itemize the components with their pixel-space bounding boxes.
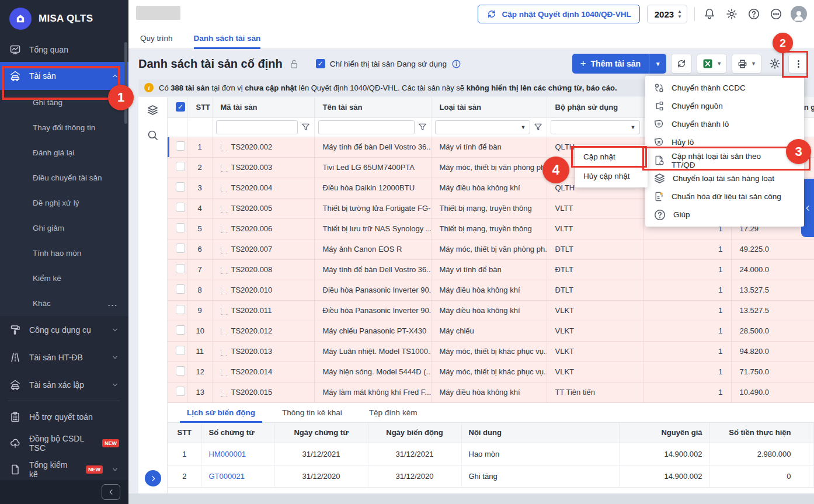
info-icon[interactable] (451, 59, 461, 69)
in-use-checkbox[interactable]: ✓ (316, 59, 325, 68)
menu-item-batch-create[interactable]: Chuyển thành lô (645, 115, 804, 133)
update-decision-button[interactable]: Cập nhật Quyết định 1040/QĐ-VHL (478, 5, 639, 23)
sidebar-item-road[interactable]: Tài sản HT-ĐB (0, 343, 128, 371)
search-icon[interactable] (147, 129, 159, 141)
col-ten-tai-san[interactable]: Tên tài sản (314, 97, 431, 117)
document-link[interactable]: GT000021 (209, 472, 245, 481)
year-selector[interactable]: 2023 ▲▼ (647, 5, 687, 23)
submenu-item[interactable]: Cập nhật (575, 147, 648, 166)
sidebar-subitem[interactable]: Kiểm kê (0, 266, 128, 291)
print-button[interactable]: ▼ (732, 54, 761, 74)
row-checkbox[interactable] (176, 305, 185, 314)
year-spinner-icon[interactable]: ▲▼ (677, 9, 682, 19)
detail-tab[interactable]: Thông tin kê khai (272, 403, 353, 422)
row-checkbox[interactable] (176, 325, 185, 335)
add-asset-button[interactable]: + Thêm tài sản (572, 54, 649, 74)
settings-gear-icon[interactable] (724, 6, 739, 22)
tree-expand-icon[interactable] (221, 185, 227, 192)
sidebar-subitem[interactable]: Đánh giá lại (0, 140, 128, 165)
more-options-icon[interactable] (768, 6, 784, 22)
user-avatar[interactable] (791, 6, 807, 22)
bell-icon[interactable] (702, 6, 717, 22)
sidebar-subitem[interactable]: Ghi giảm (0, 215, 128, 241)
filter-name-input[interactable] (318, 120, 415, 134)
tab-quy-trình[interactable]: Quy trình (140, 28, 173, 48)
unlock-icon[interactable] (288, 58, 300, 69)
tree-expand-icon[interactable] (221, 390, 227, 397)
row-checkbox[interactable] (176, 284, 185, 294)
menu-item-help[interactable]: Giúp (645, 206, 804, 224)
sidebar-item-roller[interactable]: Công cụ dụng cụ (0, 316, 128, 343)
row-checkbox[interactable] (176, 182, 185, 192)
tree-expand-icon[interactable] (221, 267, 227, 274)
sidebar-subitem[interactable]: Tính hao mòn (0, 241, 128, 266)
app-logo[interactable]: MISA QLTS (0, 0, 128, 37)
menu-item-batch-cancel[interactable]: Hủy lô (645, 133, 804, 151)
tree-expand-icon[interactable] (221, 349, 227, 356)
menu-item-convert-source[interactable]: Chuyển nguồn (645, 97, 804, 115)
tree-expand-icon[interactable] (221, 165, 227, 172)
filter-type-select[interactable]: ▼ (435, 120, 530, 134)
row-checkbox[interactable] (176, 141, 185, 151)
row-checkbox[interactable] (176, 387, 185, 396)
col-bo-phan-su-dung[interactable]: Bộ phận sử dụng (547, 97, 643, 117)
refresh-button[interactable] (671, 54, 692, 74)
row-checkbox[interactable] (176, 346, 185, 355)
menu-item-standardize[interactable]: Chuẩn hóa dữ liệu tài sản công (645, 187, 804, 206)
menu-item-update-type[interactable]: Cập nhật loại tài sản theo TT/QĐ› (645, 151, 804, 169)
tree-expand-icon[interactable] (221, 246, 227, 253)
sidebar-item-tong-quan[interactable]: Tổng quan (0, 37, 128, 62)
add-asset-dropdown[interactable]: ▼ (649, 54, 666, 74)
funnel-icon[interactable] (418, 122, 427, 132)
asset-row[interactable]: 6TS2020.007Máy ảnh Canon EOS RMáy móc, t… (168, 239, 814, 259)
asset-row[interactable]: 11TS2020.013Máy Luân nhiệt. Model TS1000… (168, 341, 814, 362)
row-checkbox[interactable] (176, 162, 185, 171)
tree-expand-icon[interactable] (221, 308, 227, 315)
asset-row[interactable]: 12TS2020.014Máy hiện sóng. Model 5444D (… (168, 362, 814, 382)
sidebar-item-cloud-sync[interactable]: Đồng bộ CSDL TSCNEW (0, 430, 128, 456)
select-all-checkbox[interactable]: ✓ (176, 102, 185, 112)
detail-tab[interactable]: Tệp đính kèm (359, 403, 428, 422)
row-checkbox[interactable] (176, 203, 185, 212)
document-link[interactable]: HM000001 (209, 450, 246, 458)
export-excel-button[interactable]: ▼ (697, 54, 727, 74)
sidebar-subitem[interactable]: Đề nghị xử lý (0, 190, 128, 215)
tab-danh-sách-tài-sản[interactable]: Danh sách tài sản (194, 28, 261, 48)
sidebar-item-tai-san[interactable]: Tài sản (0, 62, 128, 90)
funnel-icon[interactable] (533, 122, 543, 132)
tree-expand-icon[interactable] (221, 226, 227, 233)
asset-row[interactable]: 10TS2020.012Máy chiếu Panasonic PT-X430M… (168, 321, 814, 341)
table-settings-gear-icon[interactable] (766, 54, 784, 74)
submenu-item[interactable]: Hủy cập nhật (575, 166, 648, 186)
layers-icon[interactable] (147, 104, 159, 116)
col-stt[interactable]: STT (187, 97, 212, 117)
row-checkbox[interactable] (176, 264, 185, 273)
sidebar-subitem[interactable]: Khác... (0, 291, 128, 316)
sidebar-subitem[interactable]: Thay đổi thông tin (0, 115, 128, 140)
expand-panel-button[interactable] (145, 470, 161, 486)
detail-tab[interactable]: Lịch sử biến động (176, 403, 266, 422)
asset-row[interactable]: 8TS2020.010Điều hòa Panasonic Inverter 9… (168, 280, 814, 300)
tree-expand-icon[interactable] (221, 144, 227, 151)
row-checkbox[interactable] (176, 244, 185, 253)
tree-expand-icon[interactable] (221, 206, 227, 213)
menu-item-layers[interactable]: Chuyển loại tài sản hàng loạt (645, 169, 804, 187)
tree-expand-icon[interactable] (221, 287, 227, 294)
kebab-menu-button[interactable] (788, 54, 808, 74)
row-checkbox[interactable] (176, 223, 185, 232)
more-dots-icon[interactable]: ... (108, 299, 118, 308)
asset-row[interactable]: 13TS2020.015Máy làm mát không khí Fred F… (168, 382, 814, 402)
sidebar-item-asset-claim[interactable]: Tài sản xác lập (0, 371, 128, 398)
menu-item-convert-ccdc[interactable]: Chuyển thành CCDC (645, 79, 804, 97)
filter-code-input[interactable] (216, 120, 298, 134)
row-checkbox[interactable] (176, 366, 185, 376)
tree-expand-icon[interactable] (221, 328, 227, 335)
sidebar-collapse-button[interactable] (102, 484, 120, 500)
sidebar-scrollbar[interactable] (124, 42, 127, 124)
col-loai-tai-san[interactable]: Loại tài sản (431, 97, 547, 117)
tree-expand-icon[interactable] (221, 369, 227, 376)
filter-dept-select[interactable]: ▼ (551, 120, 640, 134)
asset-row[interactable]: 7TS2020.008Máy tính để bàn Dell Vostro 3… (168, 259, 814, 280)
sidebar-item-page[interactable]: Tổng kiểm kêNEW (0, 456, 128, 482)
col-ma-tai-san[interactable]: Mã tài sản (212, 97, 314, 117)
